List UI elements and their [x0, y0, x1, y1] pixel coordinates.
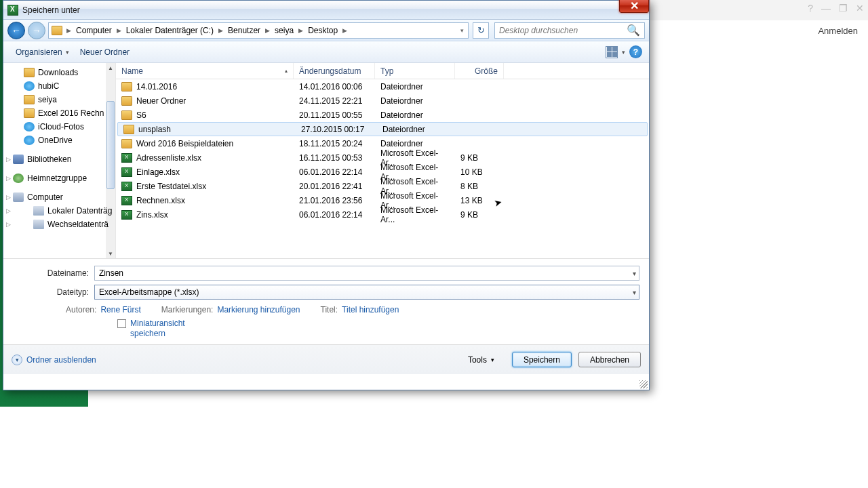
tree-item[interactable]: hubiC [3, 79, 115, 93]
title-value[interactable]: Titel hinzufügen [342, 305, 399, 314]
chevron-down-icon[interactable]: ▾ [622, 49, 625, 56]
expand-icon[interactable]: ▷ [6, 207, 11, 214]
dialog-footer: ▾ Ordner ausblenden Tools Speichern Abbr… [3, 344, 649, 374]
chevron-down-icon[interactable]: ▾ [633, 270, 636, 277]
maximize-icon[interactable]: ❐ [839, 3, 848, 14]
close-icon: ✕ [630, 0, 639, 12]
file-row[interactable]: Neuer Ordner24.11.2015 22:21Dateiordner [116, 94, 649, 108]
file-row[interactable]: 14.01.201614.01.2016 00:06Dateiordner [116, 79, 649, 94]
chevron-down-icon[interactable]: ▾ [459, 27, 465, 34]
folder-icon [123, 125, 134, 134]
cancel-button[interactable]: Abbrechen [578, 352, 641, 367]
tree-item[interactable]: ▷Heimnetzgruppe [3, 171, 115, 185]
chevron-right-icon[interactable]: ▶ [65, 27, 73, 34]
parent-window-controls: ? — ❐ ✕ [808, 3, 864, 14]
close-button[interactable]: ✕ [619, 0, 649, 13]
tree-item[interactable]: iCloud-Fotos [3, 120, 115, 134]
file-type: Dateiordner [375, 82, 455, 92]
breadcrumb[interactable]: ▶ Computer ▶ Lokaler Datenträger (C:) ▶ … [48, 22, 469, 39]
breadcrumb-segment[interactable]: Lokaler Datenträger (C:) [123, 23, 217, 38]
hide-folders-button[interactable]: ▾ Ordner ausblenden [12, 354, 96, 365]
tree-item-label: iCloud-Fotos [38, 122, 84, 131]
tools-button[interactable]: Tools [457, 352, 505, 367]
chevron-right-icon[interactable]: ▶ [264, 27, 271, 34]
save-button[interactable]: Speichern [512, 352, 572, 367]
resize-grip[interactable] [639, 380, 648, 388]
refresh-button[interactable]: ↻ [473, 22, 489, 39]
xlsx-icon [121, 167, 132, 177]
filename-input[interactable]: Zinsen▾ [94, 266, 639, 281]
expand-icon[interactable]: ▷ [6, 175, 11, 182]
file-name: Rechnen.xlsx [136, 196, 185, 205]
tree-item-label: hubiC [38, 81, 59, 91]
scroll-down-icon[interactable]: ▼ [106, 249, 115, 258]
breadcrumb-segment[interactable]: Computer [73, 23, 115, 38]
file-size: 9 KB [455, 153, 504, 163]
chevron-right-icon[interactable]: ▶ [115, 27, 123, 34]
file-size: 9 KB [455, 210, 504, 220]
tree-item[interactable]: ▷Bibliotheken [3, 152, 115, 166]
xlsx-icon [121, 153, 132, 163]
close-icon[interactable]: ✕ [856, 3, 864, 14]
tree-item[interactable]: ▷Lokaler Datenträg [3, 204, 115, 218]
file-size: 13 KB [455, 196, 504, 205]
folder-icon [121, 110, 132, 120]
column-headers: Name▴ Änderungsdatum Typ Größe [116, 63, 649, 79]
tree-item[interactable]: Downloads [3, 66, 115, 79]
file-row[interactable]: Zins.xlsx06.01.2016 22:14Microsoft Excel… [116, 207, 649, 222]
file-date: 18.11.2015 20:24 [294, 139, 375, 148]
view-options-button[interactable] [606, 46, 618, 58]
new-folder-button[interactable]: Neuer Ordner [75, 44, 135, 60]
file-row[interactable]: unsplash27.10.2015 00:17Dateiordner [117, 122, 648, 136]
organize-button[interactable]: Organisieren [10, 44, 75, 60]
column-name[interactable]: Name▴ [116, 63, 294, 79]
folder-icon [121, 82, 132, 92]
tree-item[interactable]: Excel 2016 Rechn [3, 106, 115, 120]
chevron-right-icon[interactable]: ▶ [217, 27, 224, 34]
tree-item[interactable]: ▷Wechseldatenträ [3, 218, 115, 231]
chevron-right-icon[interactable]: ▶ [297, 27, 304, 34]
column-type[interactable]: Typ [375, 63, 455, 79]
nav-back-button[interactable]: ← [7, 22, 25, 39]
thumbnail-checkbox[interactable] [117, 319, 126, 328]
nav-forward-button[interactable]: → [28, 22, 45, 39]
nav-tree[interactable]: ▲ ▼ DownloadshubiCseiyaExcel 2016 Rechni… [3, 63, 116, 258]
tree-item[interactable]: OneDrive [3, 134, 115, 147]
tree-item[interactable]: ▷Computer [3, 190, 115, 204]
expand-icon[interactable]: ▷ [6, 221, 11, 228]
chevron-right-icon[interactable]: ▶ [341, 27, 349, 34]
tree-item-label: Computer [27, 192, 63, 202]
file-row[interactable]: S620.11.2015 00:55Dateiordner [116, 108, 649, 122]
column-size[interactable]: Größe [455, 63, 504, 79]
expand-icon[interactable]: ▷ [6, 156, 11, 163]
title-label: Titel: [321, 305, 338, 314]
sign-in-link[interactable]: Anmelden [818, 26, 858, 36]
drive-icon [33, 206, 44, 216]
sort-indicator-icon: ▴ [285, 68, 288, 74]
breadcrumb-segment[interactable]: Desktop [304, 23, 341, 38]
tags-value[interactable]: Markierung hinzufügen [217, 305, 300, 314]
author-value[interactable]: Rene Fürst [100, 305, 140, 314]
file-list[interactable]: Name▴ Änderungsdatum Typ Größe 14.01.201… [116, 63, 649, 258]
file-type: Dateiordner [375, 110, 455, 120]
pc-icon [13, 192, 24, 202]
help-button[interactable]: ? [629, 45, 642, 58]
search-box[interactable]: 🔍 [494, 22, 645, 39]
titlebar[interactable]: Speichern unter ✕ [3, 1, 649, 20]
file-name: Einlage.xlsx [136, 167, 180, 177]
breadcrumb-segment[interactable]: seiya [271, 23, 297, 38]
column-date[interactable]: Änderungsdatum [294, 63, 375, 79]
search-icon[interactable]: 🔍 [627, 24, 640, 37]
expand-icon[interactable]: ▷ [6, 194, 11, 201]
tree-item[interactable]: seiya [3, 93, 115, 106]
filetype-select[interactable]: Excel-Arbeitsmappe (*.xlsx)▾ [94, 285, 639, 300]
help-icon[interactable]: ? [808, 3, 813, 14]
form-area: Dateiname: Zinsen▾ Dateityp: Excel-Arbei… [3, 259, 649, 344]
minimize-icon[interactable]: — [821, 3, 831, 14]
scroll-up-icon[interactable]: ▲ [106, 63, 115, 73]
breadcrumb-segment[interactable]: Benutzer [224, 23, 264, 38]
search-input[interactable] [499, 26, 627, 35]
chevron-down-icon[interactable]: ▾ [633, 289, 636, 296]
file-date: 14.01.2016 00:06 [294, 82, 375, 92]
thumbnail-label: Miniaturansicht speichern [130, 319, 191, 339]
